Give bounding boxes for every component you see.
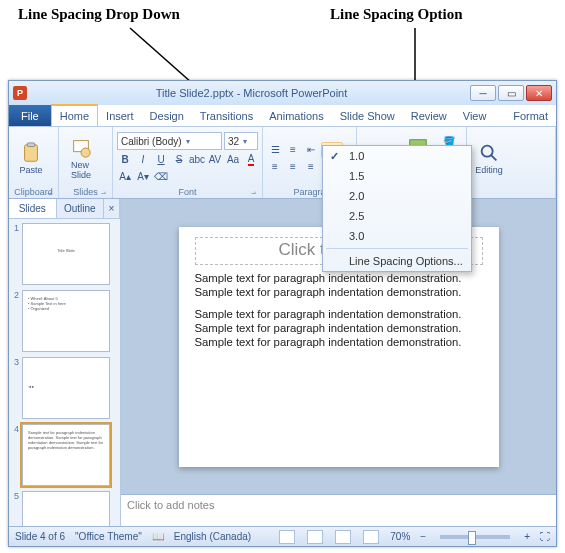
slides-label: Slides — [63, 187, 108, 198]
spacing-1-5[interactable]: 1.5 — [323, 166, 471, 186]
strike-button[interactable]: S — [171, 151, 187, 167]
editing-button[interactable]: Editing — [471, 142, 507, 175]
italic-button[interactable]: I — [135, 151, 151, 167]
clipboard-label: Clipboard — [13, 187, 54, 198]
zoom-slider[interactable] — [440, 535, 510, 539]
shrink-font-button[interactable]: A▾ — [135, 168, 151, 184]
annotation-option: Line Spacing Option — [330, 6, 463, 23]
tab-design[interactable]: Design — [142, 105, 192, 126]
menu-separator — [326, 248, 468, 249]
svg-rect-3 — [27, 142, 34, 146]
group-font: Calibri (Body)▾ 32▾ B I U S abc AV Aa A … — [113, 127, 263, 198]
font-color-button[interactable]: A — [243, 151, 259, 167]
spacing-1-0[interactable]: 1.0 — [323, 146, 471, 166]
font-size-combo[interactable]: 32▾ — [224, 132, 258, 150]
tab-view[interactable]: View — [455, 105, 495, 126]
powerpoint-window: P Title Slide2.pptx - Microsoft PowerPoi… — [8, 80, 557, 547]
pane-tab-outline[interactable]: Outline — [57, 199, 105, 218]
group-slides: New Slide Slides — [59, 127, 113, 198]
svg-point-5 — [81, 148, 90, 157]
thumbnail-4[interactable]: 4Sample text for paragraph indentation d… — [11, 424, 118, 486]
group-clipboard: Paste Clipboard — [9, 127, 59, 198]
tab-animations[interactable]: Animations — [261, 105, 331, 126]
thumbnail-pane: Slides Outline × 1Title Slide 2• Wheel: … — [9, 199, 121, 526]
change-case-button[interactable]: Aa — [225, 151, 241, 167]
editing-label: Editing — [475, 165, 503, 175]
powerpoint-icon: P — [13, 86, 27, 100]
spacing-2-0[interactable]: 2.0 — [323, 186, 471, 206]
paste-label: Paste — [19, 165, 42, 175]
line-spacing-options[interactable]: Line Spacing Options... — [323, 251, 471, 271]
status-theme: "Office Theme" — [75, 531, 142, 542]
grow-font-button[interactable]: A▴ — [117, 168, 133, 184]
spellcheck-icon[interactable]: 📖 — [152, 531, 164, 542]
status-zoom: 70% — [390, 531, 410, 542]
align-center-button[interactable]: ≡ — [285, 159, 301, 175]
status-language[interactable]: English (Canada) — [174, 531, 251, 542]
maximize-button[interactable]: ▭ — [498, 85, 524, 101]
spacing-2-5[interactable]: 2.5 — [323, 206, 471, 226]
char-spacing-button[interactable]: AV — [207, 151, 223, 167]
underline-button[interactable]: U — [153, 151, 169, 167]
paste-button[interactable]: Paste — [13, 142, 49, 175]
align-left-button[interactable]: ≡ — [267, 159, 283, 175]
tab-insert[interactable]: Insert — [98, 105, 142, 126]
font-face-combo[interactable]: Calibri (Body)▾ — [117, 132, 222, 150]
body-placeholder[interactable]: Sample text for paragraph indentation de… — [195, 271, 483, 350]
view-slideshow-button[interactable] — [363, 530, 379, 544]
line-spacing-menu: 1.0 1.5 2.0 2.5 3.0 Line Spacing Options… — [322, 145, 472, 272]
thumbnail-5[interactable]: 5Slide #5 — [11, 491, 118, 526]
notes-pane[interactable]: Click to add notes — [121, 494, 556, 526]
window-title: Title Slide2.pptx - Microsoft PowerPoint — [33, 87, 470, 99]
pane-close-button[interactable]: × — [104, 199, 120, 218]
ribbon-tabs: File Home Insert Design Transitions Anim… — [9, 105, 556, 127]
thumbnail-1[interactable]: 1Title Slide — [11, 223, 118, 285]
status-bar: Slide 4 of 6 "Office Theme" 📖 English (C… — [9, 526, 556, 546]
svg-line-8 — [491, 154, 497, 160]
align-right-button[interactable]: ≡ — [303, 159, 319, 175]
thumbnail-3[interactable]: 3:●● — [11, 357, 118, 419]
minimize-button[interactable]: ─ — [470, 85, 496, 101]
spacing-3-0[interactable]: 3.0 — [323, 226, 471, 246]
fit-window-button[interactable]: ⛶ — [540, 531, 550, 542]
body-para-2: Sample text for paragraph indentation de… — [195, 307, 483, 349]
group-editing: Editing . — [467, 127, 556, 198]
tab-file[interactable]: File — [9, 105, 51, 126]
shadow-button[interactable]: abc — [189, 151, 205, 167]
thumbnail-2[interactable]: 2• Wheel: About 5 • Sample Text in here … — [11, 290, 118, 352]
zoom-out-button[interactable]: − — [420, 531, 426, 542]
decrease-indent-button[interactable]: ⇤ — [303, 142, 319, 158]
tab-transitions[interactable]: Transitions — [192, 105, 261, 126]
tab-home[interactable]: Home — [51, 104, 98, 126]
body-para-1: Sample text for paragraph indentation de… — [195, 271, 483, 299]
new-slide-button[interactable]: New Slide — [63, 137, 99, 180]
clear-format-button[interactable]: ⌫ — [153, 168, 169, 184]
new-slide-label: New Slide — [71, 160, 91, 180]
view-normal-button[interactable] — [279, 530, 295, 544]
svg-rect-2 — [25, 144, 38, 161]
tab-review[interactable]: Review — [403, 105, 455, 126]
pane-tab-slides[interactable]: Slides — [9, 199, 57, 218]
bold-button[interactable]: B — [117, 151, 133, 167]
zoom-in-button[interactable]: + — [524, 531, 530, 542]
bullets-button[interactable]: ☰ — [267, 142, 283, 158]
view-reading-button[interactable] — [335, 530, 351, 544]
titlebar: P Title Slide2.pptx - Microsoft PowerPoi… — [9, 81, 556, 105]
status-slide-count: Slide 4 of 6 — [15, 531, 65, 542]
ribbon: Paste Clipboard New Slide Slides Calibri… — [9, 127, 556, 199]
tab-slideshow[interactable]: Slide Show — [332, 105, 403, 126]
content-area: Slides Outline × 1Title Slide 2• Wheel: … — [9, 199, 556, 526]
font-label: Font — [117, 187, 258, 198]
close-button[interactable]: ✕ — [526, 85, 552, 101]
view-sorter-button[interactable] — [307, 530, 323, 544]
annotation-dropdown: Line Spacing Drop Down — [18, 6, 180, 23]
numbering-button[interactable]: ≡ — [285, 142, 301, 158]
tab-format[interactable]: Format — [505, 105, 556, 126]
